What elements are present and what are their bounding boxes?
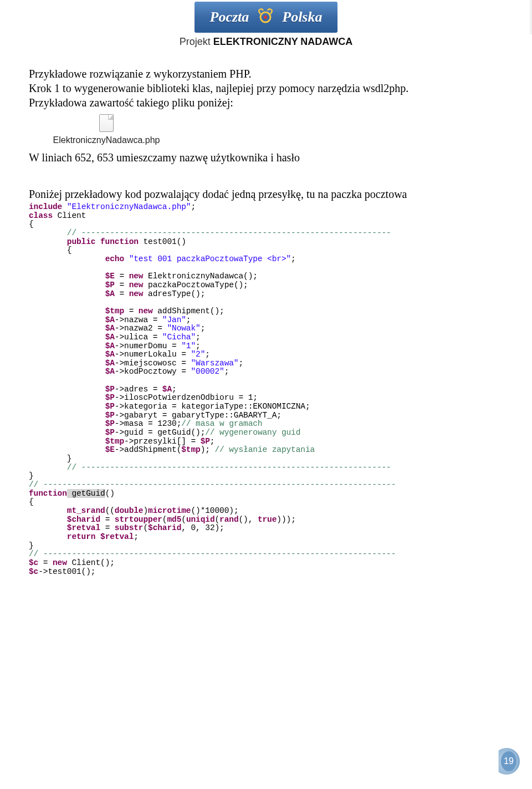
file-attachment: ElektronicznyNadawca.php [51, 114, 162, 145]
right-edge-shadow [529, 0, 532, 34]
project-title: Projekt ELEKTRONICZNY NADAWCA [29, 36, 503, 48]
page-number: 19 [501, 751, 516, 771]
header: Poczta Polska Projekt ELEKTRONICZNY NADA… [29, 0, 503, 48]
logo-banner: Poczta Polska [195, 2, 337, 33]
code-intro: Poniżej przekładowy kod pozwalający doda… [29, 186, 503, 202]
post-horn-icon [255, 8, 275, 26]
credentials-note: W liniach 652, 653 umieszczamy nazwę uży… [29, 150, 503, 165]
file-icon [99, 114, 114, 132]
php-code-block: include "ElektronicznyNadawca.php"; clas… [29, 203, 503, 576]
intro-paragraph: Przykładowe rozwiązanie z wykorzystaniem… [29, 67, 503, 110]
page-number-badge: 19 [493, 748, 520, 775]
logo-text-right: Polska [282, 9, 322, 26]
logo-text-left: Poczta [210, 9, 249, 26]
file-label: ElektronicznyNadawca.php [51, 135, 162, 145]
svg-point-1 [264, 16, 267, 19]
